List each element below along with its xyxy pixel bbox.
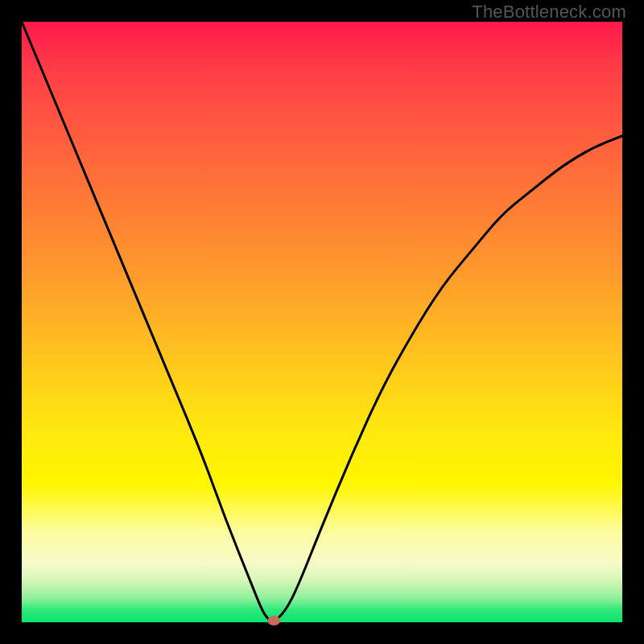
- watermark-text: TheBottleneck.com: [472, 2, 626, 23]
- bottleneck-curve: [22, 22, 622, 621]
- curve-layer: [0, 0, 644, 644]
- optimum-marker: [267, 616, 280, 625]
- chart-frame: TheBottleneck.com: [0, 0, 644, 644]
